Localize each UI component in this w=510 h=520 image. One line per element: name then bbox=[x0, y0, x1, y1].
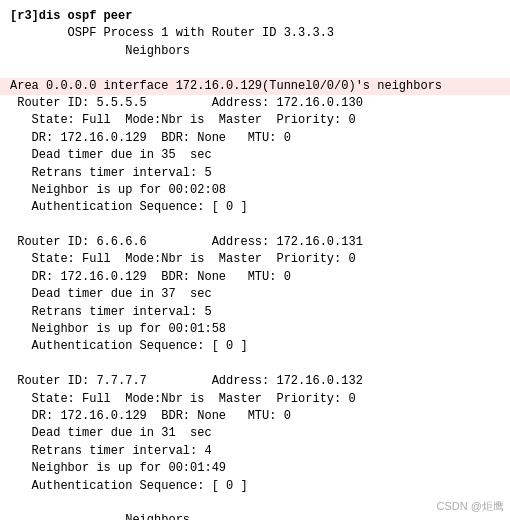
router1-retrans: Retrans timer interval: 5 bbox=[10, 165, 500, 182]
router2-dead: Dead timer due in 37 sec bbox=[10, 286, 500, 303]
header1: OSPF Process 1 with Router ID 3.3.3.3 bbox=[10, 25, 500, 42]
blank2 bbox=[10, 217, 500, 234]
header2: Neighbors bbox=[10, 43, 500, 60]
router2-retrans: Retrans timer interval: 5 bbox=[10, 304, 500, 321]
router2-dr: DR: 172.16.0.129 BDR: None MTU: 0 bbox=[10, 269, 500, 286]
router3-state: State: Full Mode:Nbr is Master Priority:… bbox=[10, 391, 500, 408]
router1-dr: DR: 172.16.0.129 BDR: None MTU: 0 bbox=[10, 130, 500, 147]
watermark: CSDN @炬鹰 bbox=[437, 499, 504, 514]
blank3 bbox=[10, 356, 500, 373]
router3-dead: Dead timer due in 31 sec bbox=[10, 425, 500, 442]
router1-id: Router ID: 5.5.5.5 Address: 172.16.0.130 bbox=[10, 95, 500, 112]
router3-dr: DR: 172.16.0.129 BDR: None MTU: 0 bbox=[10, 408, 500, 425]
terminal: [r3]dis ospf peer OSPF Process 1 with Ro… bbox=[0, 0, 510, 520]
router1-neighbor: Neighbor is up for 00:02:08 bbox=[10, 182, 500, 199]
router3-neighbor: Neighbor is up for 00:01:49 bbox=[10, 460, 500, 477]
router2-auth: Authentication Sequence: [ 0 ] bbox=[10, 338, 500, 355]
router2-id: Router ID: 6.6.6.6 Address: 172.16.0.131 bbox=[10, 234, 500, 251]
footer: Neighbors bbox=[10, 512, 500, 520]
router3-retrans: Retrans timer interval: 4 bbox=[10, 443, 500, 460]
blank1 bbox=[10, 60, 500, 77]
router1-state: State: Full Mode:Nbr is Master Priority:… bbox=[10, 112, 500, 129]
router2-neighbor: Neighbor is up for 00:01:58 bbox=[10, 321, 500, 338]
router1-auth: Authentication Sequence: [ 0 ] bbox=[10, 199, 500, 216]
prompt-line: [r3]dis ospf peer bbox=[10, 8, 500, 25]
router1-dead: Dead timer due in 35 sec bbox=[10, 147, 500, 164]
area-line: Area 0.0.0.0 interface 172.16.0.129(Tunn… bbox=[10, 78, 500, 95]
blank4 bbox=[10, 495, 500, 512]
router3-id: Router ID: 7.7.7.7 Address: 172.16.0.132 bbox=[10, 373, 500, 390]
router2-state: State: Full Mode:Nbr is Master Priority:… bbox=[10, 251, 500, 268]
router3-auth: Authentication Sequence: [ 0 ] bbox=[10, 478, 500, 495]
